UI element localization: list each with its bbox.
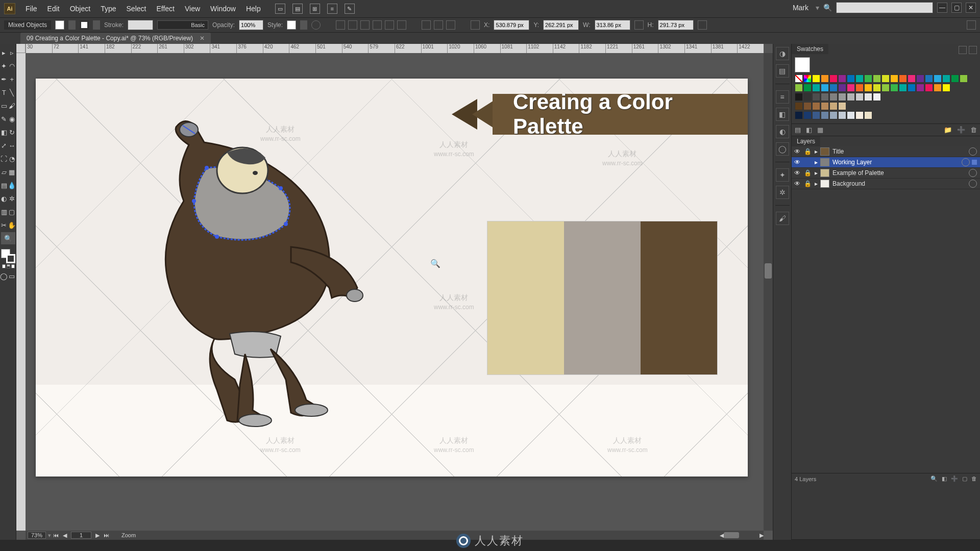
blob-brush-tool[interactable]: ◉ (8, 113, 16, 125)
screen-mode-icon[interactable]: ▭ (8, 270, 16, 282)
fill-dropdown[interactable] (68, 20, 76, 30)
swatch-item[interactable] (812, 84, 820, 92)
arrange-icon[interactable]: ⊞ (310, 4, 320, 14)
rotate-tool[interactable]: ↻ (8, 126, 16, 138)
swatch-item[interactable] (890, 74, 898, 83)
brush-selector[interactable]: Basic (157, 20, 208, 30)
menu-object[interactable]: Object (65, 2, 95, 16)
visibility-toggle-icon[interactable]: 👁 (792, 159, 803, 166)
tab-close-icon[interactable]: ✕ (200, 35, 205, 42)
palette-group[interactable] (487, 221, 717, 374)
align-left-icon[interactable] (336, 20, 345, 30)
scroll-right-icon[interactable]: ▶ (760, 532, 764, 539)
recolor-icon[interactable] (311, 20, 321, 30)
hand-tool[interactable]: ✋ (8, 219, 16, 231)
scrollbar-thumb[interactable] (724, 532, 739, 538)
new-sublayer-icon[interactable]: ➕ (951, 475, 958, 482)
align-bottom-icon[interactable] (397, 20, 406, 30)
color-mode-icon[interactable] (2, 264, 6, 268)
swatch-item[interactable] (812, 102, 820, 110)
swatch-item[interactable] (812, 74, 820, 83)
minimize-button[interactable]: — (937, 3, 947, 13)
color-guide-icon[interactable]: ▤ (776, 64, 789, 78)
pen-tool[interactable]: ✒ (0, 73, 8, 85)
swatch-item[interactable] (873, 74, 881, 83)
swatch-item[interactable] (899, 84, 907, 92)
user-label[interactable]: Mark (793, 4, 812, 12)
add-anchor-tool[interactable]: + (8, 73, 16, 85)
perspective-tool[interactable]: ▱ (0, 166, 8, 178)
layer-row[interactable]: 👁▸Working Layer (792, 157, 980, 168)
transform-icon[interactable] (471, 20, 480, 30)
gradient-mode-icon[interactable] (7, 264, 10, 268)
visibility-toggle-icon[interactable]: 👁 (792, 148, 803, 155)
align-right-icon[interactable] (360, 20, 370, 30)
swatch-item[interactable] (812, 111, 820, 119)
new-group-icon[interactable]: 📁 (944, 126, 952, 134)
target-icon[interactable] (969, 147, 977, 156)
swatch-item[interactable] (855, 84, 864, 92)
swatch-item[interactable] (942, 84, 950, 92)
swatch-registration[interactable] (803, 74, 812, 83)
current-swatch[interactable] (795, 57, 810, 72)
swatch-options-icon[interactable]: ▦ (817, 126, 823, 134)
brushes-panel-icon[interactable]: 🖌 (776, 212, 789, 225)
swatch-item[interactable] (821, 102, 829, 110)
locate-object-icon[interactable]: 🔍 (930, 475, 938, 482)
swatch-item[interactable] (821, 84, 829, 92)
grid-view-icon[interactable] (969, 46, 977, 54)
draw-mode-icon[interactable]: ◯ (0, 270, 8, 282)
delete-swatch-icon[interactable]: 🗑 (970, 126, 977, 134)
pencil-tool[interactable]: ✎ (0, 113, 8, 125)
stroke-weight-input[interactable] (128, 20, 153, 30)
opacity-input[interactable] (239, 20, 263, 30)
menu-effect[interactable]: Effect (151, 2, 180, 16)
swatch-none[interactable] (795, 74, 803, 83)
disclosure-icon[interactable]: ▸ (812, 180, 820, 187)
constrain-icon[interactable] (698, 20, 707, 30)
swatch-kind-icon[interactable]: ◧ (806, 126, 812, 134)
stroke-panel-icon[interactable]: ≡ (776, 90, 789, 104)
swatch-item[interactable] (890, 84, 898, 92)
document-tab[interactable]: 09 Creating a Color Palette - Copy.ai* @… (20, 33, 211, 44)
swatch-item[interactable] (951, 74, 959, 83)
lasso-tool[interactable]: ◠ (8, 60, 16, 72)
direct-selection-tool[interactable]: ▹ (8, 46, 16, 59)
lock-toggle-icon[interactable]: 🔒 (803, 169, 812, 177)
h-input[interactable] (658, 20, 694, 30)
swatch-item[interactable] (908, 74, 916, 83)
artboard-first-icon[interactable]: ⏮ (51, 532, 61, 538)
maximize-button[interactable]: ▢ (951, 3, 962, 13)
line-tool[interactable]: ╲ (8, 86, 16, 98)
fill-stroke-indicator[interactable] (1, 249, 15, 263)
panel-toggle-icon[interactable] (967, 20, 976, 30)
rectangle-tool[interactable]: ▭ (0, 99, 8, 112)
swatch-item[interactable] (847, 111, 855, 119)
swatch-item[interactable] (803, 93, 812, 101)
menu-help[interactable]: Help (241, 2, 266, 16)
zoom-level[interactable]: 73% (28, 532, 46, 539)
make-clipping-icon[interactable]: ◧ (942, 475, 947, 482)
swatch-item[interactable] (925, 84, 933, 92)
menu-type[interactable]: Type (95, 2, 121, 16)
scrollbar-thumb[interactable] (765, 263, 772, 279)
link-wh-icon[interactable] (634, 20, 644, 30)
color-panel-icon[interactable]: ◑ (776, 47, 789, 60)
swatch-item[interactable] (795, 84, 803, 92)
artboard-tool[interactable]: ▢ (8, 206, 16, 218)
magic-wand-tool[interactable]: ✦ (0, 60, 8, 72)
layers-tab[interactable]: Layers (792, 136, 820, 146)
swatch-item[interactable] (829, 111, 838, 119)
stroke-dropdown[interactable] (93, 20, 100, 30)
swatch-item[interactable] (803, 84, 812, 92)
horizontal-ruler[interactable]: 3072141182222261302341376420462501540579… (26, 44, 764, 53)
none-mode-icon[interactable] (11, 264, 15, 268)
scroll-left-icon[interactable]: ◀ (720, 532, 724, 539)
swatch-item[interactable] (916, 74, 924, 83)
gradient-tool[interactable]: ▤ (0, 179, 8, 191)
swatch-item[interactable] (925, 74, 933, 83)
slice-tool[interactable]: ✂ (0, 219, 8, 231)
swatch-item[interactable] (855, 93, 864, 101)
delete-layer-icon[interactable]: 🗑 (971, 475, 977, 482)
align-vcenter-icon[interactable] (385, 20, 394, 30)
